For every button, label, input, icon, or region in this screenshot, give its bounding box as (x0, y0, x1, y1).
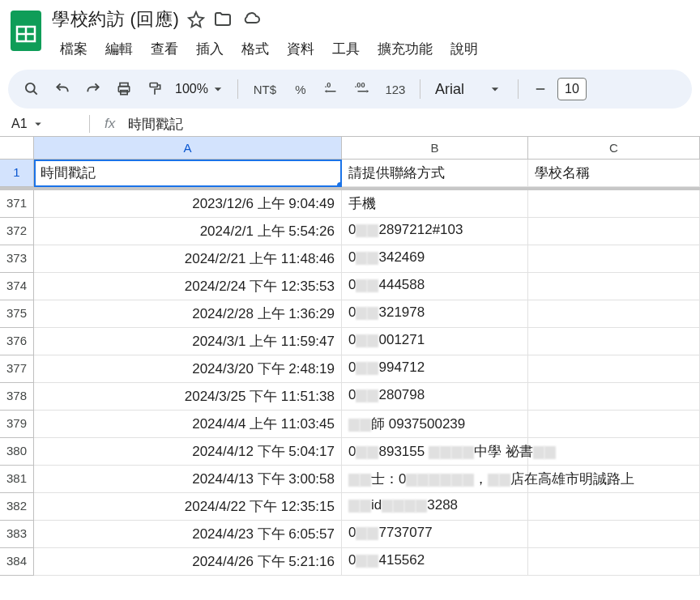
row-header[interactable]: 383 (0, 521, 34, 548)
increase-decimal-button[interactable]: .00 (348, 75, 376, 103)
cell[interactable] (528, 218, 700, 245)
row-header[interactable]: 373 (0, 245, 34, 273)
row-header[interactable]: 380 (0, 438, 34, 466)
formula-input[interactable]: 時間戳記 (128, 115, 183, 134)
cell[interactable]: 2024/4/12 下午 5:04:17 (34, 438, 342, 466)
sheets-logo[interactable] (10, 10, 42, 52)
currency-format-button[interactable]: NT$ (246, 75, 284, 103)
separator (89, 115, 90, 133)
table-row: 3742024/2/24 下午 12:35:530444588 (0, 273, 700, 300)
cell[interactable]: 2024/4/23 下午 6:05:57 (34, 521, 342, 548)
redo-icon[interactable] (79, 75, 107, 103)
formula-bar: A1 fx 時間戳記 (0, 109, 700, 136)
undo-icon[interactable] (49, 75, 76, 103)
menu-edit[interactable]: 編輯 (97, 36, 141, 62)
row-header[interactable]: 371 (0, 190, 34, 218)
cell-c1[interactable]: 學校名稱 (528, 160, 700, 187)
cell[interactable]: 2024/2/24 下午 12:35:53 (34, 273, 342, 300)
cell[interactable]: 士：0，店在高雄市明誠路上 (342, 466, 528, 493)
cell[interactable]: 0280798 (342, 383, 528, 411)
cell[interactable] (528, 300, 700, 328)
cell[interactable] (528, 493, 700, 521)
row-header[interactable]: 378 (0, 383, 34, 411)
row-header[interactable]: 381 (0, 466, 34, 493)
column-header-a[interactable]: A (34, 137, 342, 160)
toolbar: 100% NT$ % .0 .00 123 Arial 10 (8, 70, 692, 109)
column-header-b[interactable]: B (342, 137, 528, 160)
menu-insert[interactable]: 插入 (188, 36, 232, 62)
menu-data[interactable]: 資料 (279, 36, 322, 62)
row-header[interactable]: 376 (0, 328, 34, 355)
cell[interactable]: 0001271 (342, 328, 528, 355)
cell[interactable]: 2024/3/25 下午 11:51:38 (34, 383, 342, 411)
row-header[interactable]: 375 (0, 300, 34, 328)
cloud-icon[interactable] (241, 10, 262, 29)
cell[interactable]: 2024/4/13 下午 3:00:58 (34, 466, 342, 493)
row-header[interactable]: 379 (0, 411, 34, 438)
folder-icon[interactable] (213, 10, 233, 29)
menu-help[interactable]: 說明 (442, 36, 486, 62)
decrease-font-button[interactable] (527, 75, 554, 103)
table-row: 3832024/4/23 下午 6:05:5707737077 (0, 521, 700, 548)
cell[interactable]: 2024/3/20 下午 2:48:19 (34, 355, 342, 383)
row-header[interactable]: 374 (0, 273, 34, 300)
cell[interactable]: 2024/4/22 下午 12:35:15 (34, 493, 342, 521)
cell[interactable]: 手機 (342, 190, 528, 218)
cell[interactable]: 2024/2/1 上午 5:54:26 (34, 218, 342, 245)
cell[interactable] (528, 355, 700, 383)
cell-b1[interactable]: 請提供聯絡方式 (342, 160, 528, 187)
document-title[interactable]: 學校約訪 (回應) (52, 7, 179, 32)
cell[interactable] (528, 245, 700, 273)
cell[interactable]: 2024/4/26 下午 5:21:16 (34, 548, 342, 576)
font-dropdown[interactable]: Arial (429, 81, 510, 98)
row-header[interactable]: 382 (0, 493, 34, 521)
menu-tools[interactable]: 工具 (324, 36, 368, 62)
menu-extensions[interactable]: 擴充功能 (369, 36, 441, 62)
cell[interactable] (528, 328, 700, 355)
zoom-dropdown[interactable]: 100% (172, 81, 229, 97)
number-format-button[interactable]: 123 (379, 75, 412, 103)
paint-format-icon[interactable] (141, 75, 169, 103)
cell[interactable] (528, 190, 700, 218)
column-header-c[interactable]: C (528, 137, 700, 160)
cell[interactable] (528, 383, 700, 411)
cell[interactable]: 0994712 (342, 355, 528, 383)
svg-line-5 (34, 91, 37, 95)
cell[interactable]: 0893155 中學 祕書 (342, 438, 528, 466)
menu-format[interactable]: 格式 (233, 36, 277, 62)
name-box[interactable]: A1 (5, 117, 83, 131)
percent-format-button[interactable]: % (287, 75, 314, 103)
row-header[interactable]: 372 (0, 218, 34, 245)
cell[interactable]: 2024/4/4 上午 11:03:45 (34, 411, 342, 438)
decrease-decimal-button[interactable]: .0 (318, 75, 345, 103)
cell[interactable]: 07737077 (342, 521, 528, 548)
row-header[interactable]: 384 (0, 548, 34, 576)
cell[interactable]: 0342469 (342, 245, 528, 273)
spreadsheet-grid[interactable]: A B C 1 時間戳記 請提供聯絡方式 學校名稱 3712023/12/6 上… (0, 136, 700, 576)
cell[interactable]: 0415562 (342, 548, 528, 576)
row-header[interactable]: 377 (0, 355, 34, 383)
cell[interactable] (528, 273, 700, 300)
cell[interactable] (528, 548, 700, 576)
search-icon[interactable] (18, 75, 45, 103)
star-icon[interactable] (187, 11, 205, 28)
cell[interactable] (528, 411, 700, 438)
cell[interactable]: 2024/3/1 上午 11:59:47 (34, 328, 342, 355)
menu-view[interactable]: 查看 (143, 36, 186, 62)
cell[interactable]: 0444588 (342, 273, 528, 300)
cell[interactable]: 0321978 (342, 300, 528, 328)
table-row: 3792024/4/4 上午 11:03:45師 0937500239 (0, 411, 700, 438)
cell[interactable]: 02897212#103 (342, 218, 528, 245)
cell[interactable]: 2023/12/6 上午 9:04:49 (34, 190, 342, 218)
row-header[interactable]: 1 (0, 160, 34, 187)
select-all-cell[interactable] (0, 137, 34, 160)
cell-a1[interactable]: 時間戳記 (34, 160, 342, 187)
menu-file[interactable]: 檔案 (52, 36, 96, 62)
cell[interactable] (528, 521, 700, 548)
cell[interactable]: id3288 (342, 493, 528, 521)
cell[interactable]: 2024/2/28 上午 1:36:29 (34, 300, 342, 328)
print-icon[interactable] (110, 75, 138, 103)
cell[interactable]: 師 0937500239 (342, 411, 528, 438)
font-size-input[interactable]: 10 (557, 78, 587, 100)
cell[interactable]: 2024/2/21 上午 11:48:46 (34, 245, 342, 273)
